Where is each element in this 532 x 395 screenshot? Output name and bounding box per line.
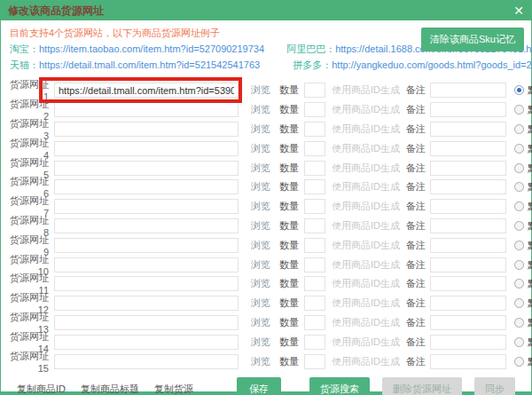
remark-input[interactable]: [430, 238, 506, 253]
quantity-input[interactable]: [304, 296, 325, 311]
default-radio[interactable]: [514, 144, 524, 154]
browse-link[interactable]: 浏览: [251, 83, 270, 97]
source-url-input[interactable]: [54, 179, 239, 194]
quantity-input[interactable]: [304, 218, 325, 233]
pinduoduo-example-link[interactable]: http://yangkeduo.com/goods.html?goods_id…: [332, 59, 532, 70]
source-url-input[interactable]: [54, 122, 239, 137]
browse-link[interactable]: 浏览: [251, 200, 270, 213]
browse-link[interactable]: 浏览: [251, 122, 270, 136]
quantity-input[interactable]: [304, 238, 325, 253]
generate-from-id-link[interactable]: 使用商品ID生成: [332, 336, 400, 349]
generate-from-id-link[interactable]: 使用商品ID生成: [332, 83, 400, 97]
remark-input[interactable]: [430, 122, 506, 137]
quantity-input[interactable]: [304, 161, 325, 176]
remark-input[interactable]: [430, 296, 506, 311]
generate-from-id-link[interactable]: 使用商品ID生成: [332, 296, 400, 310]
tmall-example-link[interactable]: https://detail.tmall.com/item.htm?id=521…: [39, 59, 260, 70]
default-radio[interactable]: [514, 318, 524, 328]
quantity-input[interactable]: [304, 257, 325, 273]
close-icon[interactable]: ✕: [513, 4, 524, 17]
quantity-input[interactable]: [304, 315, 325, 330]
remark-input[interactable]: [430, 257, 506, 273]
default-radio[interactable]: [514, 241, 524, 250]
source-url-input[interactable]: [54, 199, 239, 214]
generate-from-id-link[interactable]: 使用商品ID生成: [332, 122, 400, 136]
remark-input[interactable]: [430, 335, 506, 350]
remark-input[interactable]: [430, 199, 506, 214]
generate-from-id-link[interactable]: 使用商品ID生成: [332, 162, 400, 175]
browse-link[interactable]: 浏览: [251, 103, 270, 116]
copy-product-title-link[interactable]: 复制商品标题: [81, 383, 139, 395]
default-radio[interactable]: [514, 105, 524, 115]
remark-input[interactable]: [430, 161, 506, 176]
browse-link[interactable]: 浏览: [251, 162, 270, 175]
browse-link[interactable]: 浏览: [251, 277, 270, 290]
generate-from-id-link[interactable]: 使用商品ID生成: [332, 277, 400, 290]
generate-from-id-link[interactable]: 使用商品ID生成: [332, 200, 400, 213]
default-radio[interactable]: [514, 260, 524, 270]
source-url-input[interactable]: [54, 161, 239, 176]
source-url-input[interactable]: [54, 83, 239, 98]
copy-source-link[interactable]: 复制货源: [154, 383, 193, 395]
remark-input[interactable]: [430, 315, 506, 330]
copy-product-id-link[interactable]: 复制商品ID: [17, 383, 66, 395]
clear-sku-memory-button[interactable]: 清除该商品Sku记忆: [421, 28, 524, 51]
browse-link[interactable]: 浏览: [251, 239, 270, 252]
save-button[interactable]: 保存: [237, 377, 281, 395]
quantity-input[interactable]: [304, 354, 325, 369]
taobao-example-link[interactable]: https://item.taobao.com/item.htm?id=5270…: [39, 43, 264, 54]
generate-from-id-link[interactable]: 使用商品ID生成: [332, 219, 400, 233]
default-radio[interactable]: [514, 85, 524, 95]
quantity-input[interactable]: [304, 276, 325, 291]
browse-link[interactable]: 浏览: [251, 142, 270, 155]
browse-link[interactable]: 浏览: [251, 336, 270, 349]
browse-link[interactable]: 浏览: [251, 219, 270, 233]
quantity-input[interactable]: [304, 179, 325, 194]
source-url-input[interactable]: [54, 141, 239, 156]
default-radio[interactable]: [514, 357, 524, 367]
remark-input[interactable]: [430, 141, 506, 156]
browse-link[interactable]: 浏览: [251, 296, 270, 310]
delete-source-url-button[interactable]: 删除货源网址: [382, 377, 462, 395]
remark-input[interactable]: [430, 354, 506, 369]
default-radio[interactable]: [514, 182, 524, 192]
source-url-input[interactable]: [54, 102, 239, 117]
quantity-input[interactable]: [304, 102, 325, 117]
source-url-input[interactable]: [54, 276, 239, 291]
quantity-input[interactable]: [304, 335, 325, 350]
remark-input[interactable]: [430, 218, 506, 233]
quantity-input[interactable]: [304, 122, 325, 137]
source-url-input[interactable]: [54, 238, 239, 253]
browse-link[interactable]: 浏览: [251, 258, 270, 272]
source-url-input[interactable]: [54, 257, 239, 273]
sync-button[interactable]: 同步: [474, 377, 515, 395]
default-radio[interactable]: [514, 124, 524, 134]
remark-input[interactable]: [430, 179, 506, 194]
quantity-input[interactable]: [304, 83, 325, 98]
quantity-input[interactable]: [304, 199, 325, 214]
source-url-input[interactable]: [54, 315, 239, 330]
generate-from-id-link[interactable]: 使用商品ID生成: [332, 142, 400, 155]
default-radio[interactable]: [514, 298, 524, 308]
browse-link[interactable]: 浏览: [251, 355, 270, 368]
browse-link[interactable]: 浏览: [251, 316, 270, 329]
source-url-input[interactable]: [54, 354, 239, 369]
generate-from-id-link[interactable]: 使用商品ID生成: [332, 258, 400, 272]
default-radio[interactable]: [514, 163, 524, 173]
generate-from-id-link[interactable]: 使用商品ID生成: [332, 103, 400, 116]
default-radio[interactable]: [514, 279, 524, 288]
generate-from-id-link[interactable]: 使用商品ID生成: [332, 180, 400, 194]
generate-from-id-link[interactable]: 使用商品ID生成: [332, 316, 400, 329]
source-url-input[interactable]: [54, 296, 239, 311]
source-url-input[interactable]: [54, 335, 239, 350]
browse-link[interactable]: 浏览: [251, 180, 270, 194]
default-radio[interactable]: [514, 337, 524, 347]
generate-from-id-link[interactable]: 使用商品ID生成: [332, 355, 400, 368]
quantity-input[interactable]: [304, 141, 325, 156]
default-radio[interactable]: [514, 221, 524, 231]
default-radio[interactable]: [514, 201, 524, 211]
generate-from-id-link[interactable]: 使用商品ID生成: [332, 239, 400, 252]
source-search-button[interactable]: 货源搜索: [309, 377, 370, 395]
remark-input[interactable]: [430, 276, 506, 291]
remark-input[interactable]: [430, 83, 506, 98]
